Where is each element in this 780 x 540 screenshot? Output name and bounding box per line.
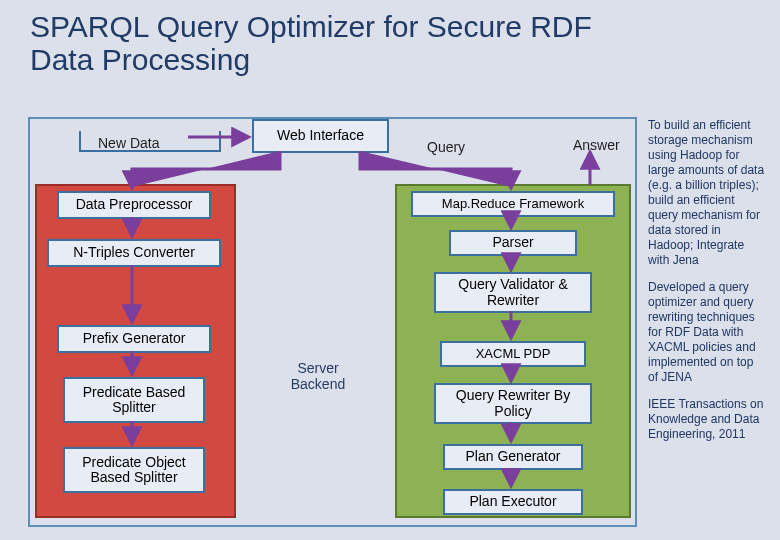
slide: SPARQL Query Optimizer for Secure RDF Da… [0,0,780,540]
label-new-data: New Data [98,135,159,151]
side-notes: To build an efficient storage mechanism … [648,118,766,454]
box-xacml-pdp: XACML PDP [440,341,586,367]
label-server-backend: Server Backend [288,360,348,392]
box-plan-executor: Plan Executor [443,489,583,515]
box-predicate-based-splitter: Predicate Based Splitter [63,377,205,423]
box-plan-generator: Plan Generator [443,444,583,470]
note-paragraph-2: Developed a query optimizer and query re… [648,280,766,385]
note-paragraph-1: To build an efficient storage mechanism … [648,118,766,268]
note-paragraph-3: IEEE Transactions on Knowledge and Data … [648,397,766,442]
box-n-triples-converter: N-Triples Converter [47,239,221,267]
box-query-rewriter-by-policy: Query Rewriter By Policy [434,383,592,424]
page-title: SPARQL Query Optimizer for Secure RDF Da… [30,10,640,76]
label-answer: Answer [573,137,620,153]
box-data-preprocessor: Data Preprocessor [57,191,211,219]
label-query: Query [427,139,465,155]
box-query-validator-rewriter: Query Validator & Rewriter [434,272,592,313]
architecture-diagram: New Data Web Interface Query Answer Data… [28,117,637,527]
box-parser: Parser [449,230,577,256]
box-mapreduce-framework: Map.Reduce Framework [411,191,615,217]
box-web-interface: Web Interface [252,119,389,153]
box-predicate-object-based-splitter: Predicate Object Based Splitter [63,447,205,493]
box-prefix-generator: Prefix Generator [57,325,211,353]
